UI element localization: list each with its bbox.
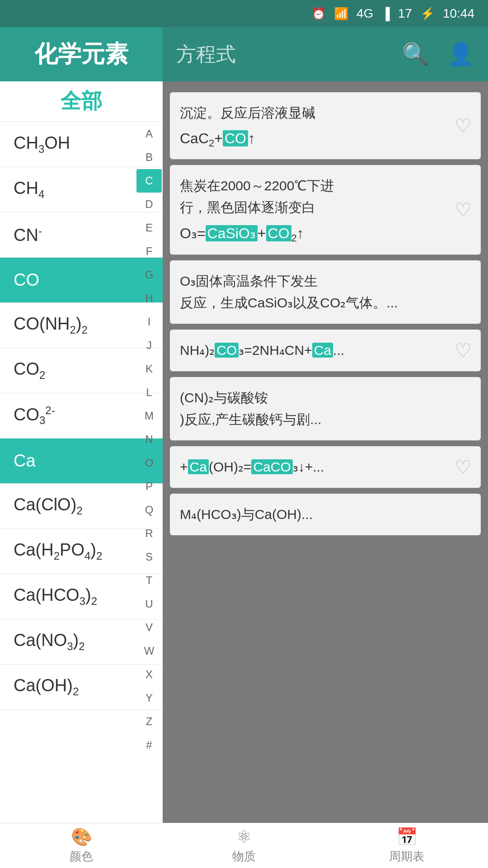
element-label: Ca [14,451,36,471]
element-label: CO [14,270,39,290]
nav-item-periodic[interactable]: 📅 周期表 [325,827,488,864]
element-label: CH4 [14,179,44,201]
element-label: CO32- [14,404,55,427]
nav-label-matter: 物质 [232,849,256,864]
alpha-v[interactable]: V [136,616,162,639]
divider [170,440,481,441]
nav-label-color: 颜色 [70,849,93,864]
alpha-i[interactable]: I [136,310,162,334]
result-item-4: NH₄)₂CO₃=2NH₄CN+Ca... ♡ [170,330,481,371]
result-item-5: (CN)₂与碳酸铵)反应,产生碳酸钙与剧... [170,377,481,440]
alpha-d[interactable]: D [136,193,162,216]
alpha-a[interactable]: A [136,122,162,146]
nav-item-color[interactable]: 🎨 颜色 [0,827,163,864]
result-item-7: M₄(HCO₃)与Ca(OH)... [170,494,481,535]
alpha-p[interactable]: P [136,475,162,498]
wifi-icon: 📶 [334,7,348,21]
app-header: 化学元素 方程式 🔍 👤 [0,27,488,81]
battery-icon: ⚡ [420,7,435,21]
alpha-b[interactable]: B [136,146,162,169]
time-display: 10:44 [443,6,474,21]
result-description-7: M₄(HCO₃)与Ca(OH)... [180,504,445,525]
alpha-q[interactable]: Q [136,498,162,522]
element-label: Ca(ClO)2 [14,495,83,517]
results-area: 沉淀。反应后溶液显碱 CaC2+CO↑ ♡ 焦炭在2000～2200℃下进行，黑… [163,81,488,823]
alpha-n[interactable]: N [136,428,162,451]
alpha-o[interactable]: O [136,451,162,475]
alpha-f[interactable]: F [136,240,162,263]
result-description-6: +Ca(OH)₂=CaCO₃↓+... [180,456,445,478]
element-label: CO2 [14,359,45,382]
divider [170,371,481,372]
favorite-icon-1[interactable]: ♡ [455,115,472,137]
result-item-1: 沉淀。反应后溶液显碱 CaC2+CO↑ ♡ [170,92,481,159]
bottom-navigation: 🎨 颜色 ⚛ 物质 📅 周期表 [0,823,488,868]
alpha-c[interactable]: C [136,169,162,193]
alpha-u[interactable]: U [136,592,162,616]
favorite-icon-4[interactable]: ♡ [455,339,472,361]
element-label: CH3OH [14,133,70,156]
alpha-hash[interactable]: # [136,733,162,757]
user-icon[interactable]: 👤 [447,42,474,67]
alpha-m[interactable]: M [136,404,162,428]
nav-label-periodic: 周期表 [389,849,424,864]
alpha-z[interactable]: Z [136,710,162,733]
alpha-g[interactable]: G [136,263,162,287]
result-description-1: 沉淀。反应后溶液显碱 [180,102,445,124]
signal-icon: ▐ [381,7,389,21]
favorite-icon-6[interactable]: ♡ [455,456,472,478]
elements-panel: 全部 CH3OH CH4 CN- CO CO(NH2)2 [0,81,163,823]
search-icon[interactable]: 🔍 [402,42,429,67]
filter-all-label[interactable]: 全部 [61,87,102,115]
element-label: Ca(OH)2 [14,676,79,698]
alpha-x[interactable]: X [136,663,162,686]
element-label: CO(NH2)2 [14,314,88,336]
divider [170,159,481,160]
result-description-5: (CN)₂与碳酸铵)反应,产生碳酸钙与剧... [180,387,445,430]
result-description-4: NH₄)₂CO₃=2NH₄CN+Ca... [180,340,445,361]
header-left-section: 化学元素 [0,27,163,81]
favorite-icon-2[interactable]: ♡ [455,199,472,221]
alphabet-index: A B C D E F G H I J K L M N O P Q R S T … [136,122,163,757]
alpha-e[interactable]: E [136,216,162,240]
element-label: Ca(HCO3)2 [14,585,97,608]
element-label: Ca(H2PO4)2 [14,540,102,562]
alpha-y[interactable]: Y [136,686,162,710]
nav-item-matter[interactable]: ⚛ 物质 [163,827,325,864]
network-type: 4G [357,6,373,21]
result-description-2: 焦炭在2000～2200℃下进行，黑色固体逐渐变白 [180,175,445,218]
matter-icon: ⚛ [236,827,252,847]
color-icon: 🎨 [71,827,92,847]
alpha-k[interactable]: K [136,357,162,381]
header-action-icons: 🔍 👤 [402,42,474,67]
divider [170,255,481,255]
divider [170,488,481,488]
element-label: CN- [14,225,42,245]
result-item-2: 焦炭在2000～2200℃下进行，黑色固体逐渐变白 O₃=CaSiO₃+CO2↑… [170,165,481,254]
results-panel: 沉淀。反应后溶液显碱 CaC2+CO↑ ♡ 焦炭在2000～2200℃下进行，黑… [163,81,488,823]
result-formula-1: CaC2+CO↑ [180,130,445,149]
status-bar: ⏰ 📶 4G ▐ 17 ⚡ 10:44 [0,0,488,27]
filter-header: 全部 [0,81,163,122]
alpha-w[interactable]: W [136,639,162,663]
periodic-icon: 📅 [396,827,418,847]
alpha-l[interactable]: L [136,381,162,404]
divider [170,324,481,324]
alpha-s[interactable]: S [136,545,162,569]
result-item-3: O₃固体高温条件下发生反应，生成CaSiO₃以及CO₂气体。... [170,260,481,324]
element-label: Ca(NO3)2 [14,631,85,653]
result-formula-2: O₃=CaSiO₃+CO2↑ [180,225,445,244]
alpha-h[interactable]: H [136,287,162,310]
main-body: 全部 CH3OH CH4 CN- CO CO(NH2)2 [0,81,488,823]
alpha-j[interactable]: J [136,334,162,357]
alarm-icon: ⏰ [311,7,326,21]
alpha-r[interactable]: R [136,522,162,545]
result-description-3: O₃固体高温条件下发生反应，生成CaSiO₃以及CO₂气体。... [180,270,445,314]
app-title: 化学元素 [34,38,128,70]
battery-level: 17 [398,6,412,21]
alpha-t[interactable]: T [136,569,162,592]
tab-equations[interactable]: 方程式 [176,41,236,68]
result-item-6: +Ca(OH)₂=CaCO₃↓+... ♡ [170,446,481,488]
